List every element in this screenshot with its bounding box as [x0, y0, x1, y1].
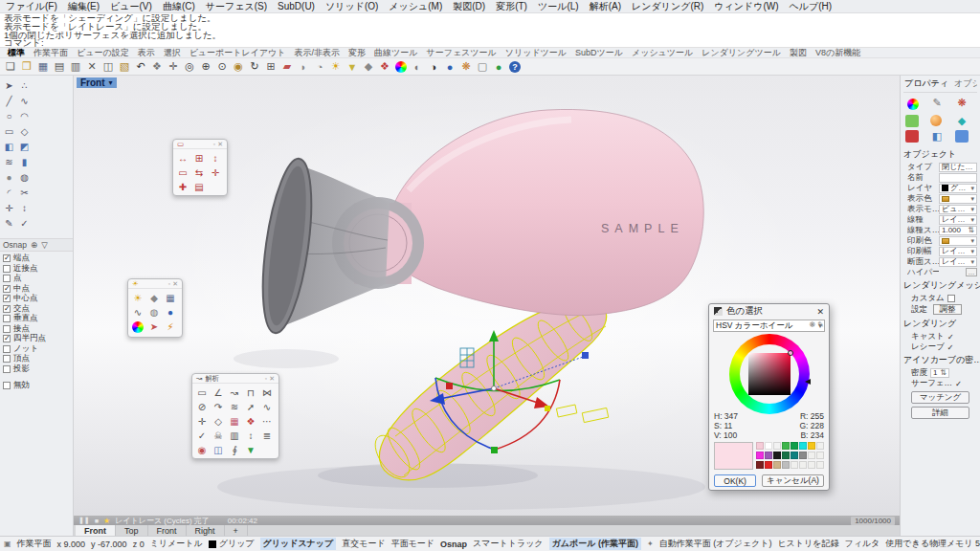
zoom-selected-icon[interactable]: ◉	[231, 59, 246, 75]
new-file-icon[interactable]: ❏	[3, 59, 18, 75]
toolbar-tab[interactable]: ビューの設定	[77, 47, 129, 59]
osnap-checkbox[interactable]	[3, 315, 11, 322]
sphere-tool-icon[interactable]: ●	[2, 170, 16, 185]
print-color-select[interactable]: ▾	[939, 236, 977, 246]
toolbar-tab[interactable]: 作業平面	[33, 47, 68, 59]
color-swatch[interactable]	[816, 452, 824, 459]
menu-item[interactable]: レンダリング(R)	[632, 0, 703, 13]
custom-mesh-row[interactable]: カスタム	[903, 293, 977, 303]
panel-tab[interactable]: プロパティ	[904, 77, 948, 90]
menu-item[interactable]: 変形(T)	[496, 0, 527, 13]
surface-tool-icon[interactable]: ◧	[2, 140, 16, 154]
status-toggle[interactable]: グリッドスナップ	[260, 538, 337, 550]
options-gear-icon[interactable]: ❋	[458, 59, 474, 75]
gear-icon[interactable]: ❋	[810, 320, 816, 329]
hue-wheel[interactable]	[729, 334, 810, 414]
transform-tool-icon[interactable]: ✛	[2, 201, 16, 215]
point-deviation-icon[interactable]: ⋯	[259, 414, 275, 428]
zoom-icon[interactable]: ◎	[182, 59, 197, 75]
toolbar-tab[interactable]: 表示/非表示	[295, 47, 341, 59]
command-history[interactable]: 表示モードを「シェーディング」に設定しました。表示モードを「レイトレース」に設定…	[0, 13, 980, 48]
print-width-select[interactable]: レイ…▾	[939, 247, 977, 256]
status-toggle[interactable]: 自動作業平面 (オブジェクト)	[659, 538, 772, 550]
direction-icon[interactable]: ↕	[243, 429, 258, 442]
viewport-tab[interactable]: Front	[148, 525, 187, 536]
sphere-blue-icon[interactable]: ●	[442, 59, 457, 75]
status-toggle[interactable]: フィルタ	[844, 538, 880, 550]
linetype-select[interactable]: レイ…▾	[939, 215, 977, 225]
undo-icon[interactable]: ↶	[133, 59, 148, 75]
cylinder-icon[interactable]	[955, 130, 969, 143]
color-wheel-icon[interactable]	[395, 61, 407, 73]
toolbar-tab[interactable]: V8の新機能	[815, 47, 860, 59]
sphere-gray-icon[interactable]: ◐	[410, 59, 425, 75]
open-file-icon[interactable]: ❒	[19, 59, 34, 75]
color-swatch[interactable]	[756, 461, 764, 469]
section-style-select[interactable]: レイ…▾	[939, 257, 977, 267]
measure-vertex-icon[interactable]: ⋈	[259, 386, 275, 399]
color-swatch[interactable]	[791, 452, 798, 459]
color-swatch[interactable]	[808, 452, 815, 459]
measure-angle-icon[interactable]: ∠	[211, 386, 226, 399]
comb-icon[interactable]: ≣	[259, 429, 275, 442]
status-item[interactable]: y -67.000	[91, 540, 127, 549]
status-item[interactable]: ミリメートル	[150, 538, 203, 550]
trim-tool-icon[interactable]: ✂	[17, 186, 32, 200]
shade-icon[interactable]: ◗	[296, 59, 311, 75]
dim-center-mark-icon[interactable]: ✚	[175, 180, 190, 193]
measure-bracket-icon[interactable]: ⊓	[243, 386, 258, 399]
color-swatch[interactable]	[773, 461, 781, 469]
volume-icon[interactable]: ◫	[211, 443, 226, 456]
measure-curve-icon[interactable]: ↝	[227, 386, 242, 399]
palette-controls[interactable]: ◦ ✕	[168, 280, 178, 288]
save-icon[interactable]: ▦	[35, 59, 51, 75]
move-icon[interactable]: ✛	[166, 59, 181, 75]
receive-shadows-row[interactable]: レシーブ ✓	[903, 342, 977, 352]
menu-item[interactable]: ヘルプ(H)	[790, 0, 833, 13]
osnap-checkbox[interactable]	[3, 305, 11, 313]
menu-item[interactable]: ビュー(V)	[110, 0, 152, 13]
color-wheel-small-icon[interactable]	[132, 321, 144, 333]
osnap-checkbox[interactable]	[3, 295, 11, 302]
material-pencil-icon[interactable]: ✎	[930, 97, 944, 109]
earth-icon[interactable]: ●	[491, 59, 506, 75]
status-toggle[interactable]: Osnap	[440, 540, 467, 549]
polyline-tool-icon[interactable]: ╱	[2, 94, 16, 108]
scale-tool-icon[interactable]: ↕	[17, 201, 32, 215]
color-swatch[interactable]	[765, 452, 772, 459]
spotlight-icon[interactable]: ▼	[345, 59, 360, 75]
color-swatch[interactable]	[799, 452, 807, 459]
toolbar-tab[interactable]: ビューポートレイアウト	[189, 47, 286, 59]
current-layer-chip[interactable]: グリップ	[209, 538, 255, 550]
draft-angle-icon[interactable]: ◇	[211, 414, 226, 428]
osnap-checkbox[interactable]	[3, 285, 11, 293]
status-toggle[interactable]: スマートトラック	[473, 538, 543, 550]
osnap-checkbox[interactable]	[3, 275, 11, 282]
osnap-checkbox[interactable]	[3, 325, 11, 333]
name-input[interactable]	[939, 173, 977, 183]
properties-icon[interactable]: ▥	[68, 59, 83, 75]
viewport-title[interactable]: Front▾	[77, 77, 117, 88]
cage-edit-icon[interactable]: ▢	[475, 59, 490, 75]
status-toggle[interactable]: ヒストリを記録	[777, 538, 838, 550]
zebra-icon[interactable]: ▦	[227, 414, 242, 428]
display-palette[interactable]: ☀◦ ✕ ☀◆▦∿◍●➤⚡	[127, 278, 183, 338]
solid-box-tool-icon[interactable]: ▮	[17, 155, 32, 169]
layer-icon[interactable]	[905, 115, 919, 127]
rotate-view-icon[interactable]: ↻	[247, 59, 262, 75]
layer-select[interactable]: グ…▾	[939, 184, 977, 193]
hyperlink-button[interactable]: …	[966, 268, 977, 276]
spinner-icon[interactable]: ⇅	[968, 226, 974, 234]
cancel-button[interactable]: キャンセル(A)	[762, 474, 824, 487]
properties-wheel-icon[interactable]	[907, 99, 919, 110]
save-small-icon[interactable]: ▦	[163, 291, 178, 304]
curve-tool-icon[interactable]: ∿	[17, 94, 32, 108]
status-item[interactable]: 作業平面	[17, 538, 52, 550]
palette-controls[interactable]: ◦ ✕	[265, 375, 275, 383]
osnap-disable-checkbox[interactable]	[3, 382, 11, 389]
curve-edit-tool-icon[interactable]: ✎	[2, 216, 16, 231]
menu-item[interactable]: 製図(D)	[453, 0, 485, 13]
color-swatch[interactable]	[773, 442, 781, 450]
osnap-checkbox[interactable]	[3, 345, 11, 353]
toolbar-tab[interactable]: ソリッドツール	[505, 47, 567, 59]
